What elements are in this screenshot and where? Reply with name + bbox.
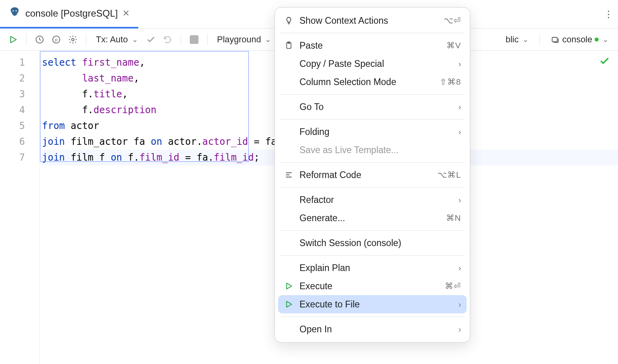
menu-item-copy-paste-special[interactable]: Copy / Paste Special›	[278, 55, 467, 73]
menu-item-label: Copy / Paste Special	[299, 59, 453, 69]
menu-item-label: Column Selection Mode	[299, 77, 434, 87]
session-selector[interactable]: console ⌄	[547, 32, 612, 47]
submenu-arrow-icon: ›	[458, 127, 461, 136]
menu-item-save-as-live-template: Save as Live Template...	[278, 141, 467, 159]
menu-item-label: Refactor	[299, 195, 453, 205]
menu-item-execute[interactable]: Execute⌘⏎	[278, 277, 467, 295]
submenu-arrow-icon: ›	[458, 325, 461, 334]
menu-item-explain-plan[interactable]: Explain Plan›	[278, 259, 467, 277]
menu-item-refactor[interactable]: Refactor›	[278, 191, 467, 209]
menu-divider	[280, 187, 464, 188]
menu-item-label: Paste	[299, 40, 441, 51]
menu-item-paste[interactable]: Paste⌘V	[278, 36, 467, 55]
menu-divider	[280, 119, 464, 119]
menu-item-generate[interactable]: Generate...⌘N	[278, 209, 467, 227]
menu-item-label: Save as Live Template...	[299, 145, 461, 155]
line-number: 1	[0, 55, 39, 70]
submenu-arrow-icon: ›	[458, 264, 461, 273]
menu-divider	[280, 162, 464, 163]
menu-divider	[280, 33, 464, 33]
menu-item-label: Explain Plan	[299, 263, 453, 273]
rollback-button[interactable]	[160, 32, 175, 47]
menu-item-label: Go To	[299, 102, 453, 112]
playground-label: Playground	[217, 34, 261, 45]
menu-item-label: Folding	[299, 127, 453, 137]
svg-marker-10	[287, 283, 292, 289]
paste-icon	[284, 41, 294, 50]
menu-item-shortcut: ⌘⏎	[445, 281, 461, 291]
settings-button[interactable]	[65, 32, 80, 47]
close-tab-icon[interactable]: ✕	[122, 8, 130, 19]
menu-item-label: Execute	[299, 281, 439, 292]
line-number: 5	[0, 118, 39, 134]
editor-context-menu: Show Context Actions⌥⏎Paste⌘VCopy / Past…	[275, 7, 470, 343]
chevron-down-icon: ⌄	[132, 35, 138, 44]
menu-item-shortcut: ⌥⏎	[444, 16, 461, 25]
inspection-status-ok[interactable]	[599, 55, 610, 69]
postgres-icon	[9, 6, 21, 21]
chevron-down-icon: ⌄	[603, 35, 608, 44]
menu-divider	[280, 317, 464, 317]
reformat-icon	[284, 171, 294, 179]
session-label: console	[562, 34, 592, 45]
menu-divider	[280, 255, 464, 256]
menu-divider	[280, 230, 464, 231]
run-icon	[284, 282, 294, 290]
menu-item-switch-session-console[interactable]: Switch Session (console)	[278, 234, 467, 252]
line-number: 3	[0, 86, 39, 102]
menu-item-open-in[interactable]: Open In›	[278, 320, 467, 338]
line-number: 6	[0, 134, 39, 150]
menu-item-label: Switch Session (console)	[299, 238, 461, 248]
line-number: 7	[0, 150, 39, 165]
menu-item-label: Open In	[299, 324, 453, 335]
tx-mode-label: Tx: Auto	[96, 34, 128, 45]
menu-item-shortcut: ⇧⌘8	[440, 77, 461, 87]
menu-item-folding[interactable]: Folding›	[278, 123, 467, 141]
chevron-down-icon: ⌄	[523, 35, 528, 44]
console-session-icon	[551, 35, 560, 44]
schema-selector[interactable]: blic ⌄	[502, 32, 532, 47]
menu-item-reformat-code[interactable]: Reformat Code⌥⌘L	[278, 166, 467, 184]
svg-point-0	[13, 10, 14, 11]
menu-divider	[280, 94, 464, 95]
svg-text:p: p	[55, 37, 57, 42]
menu-item-shortcut: ⌥⌘L	[437, 170, 461, 180]
run-button[interactable]	[6, 32, 21, 47]
menu-item-shortcut: ⌘V	[446, 41, 461, 50]
parameters-button[interactable]: p	[49, 32, 64, 47]
history-button[interactable]	[32, 32, 47, 47]
commit-button[interactable]	[143, 32, 158, 47]
bulb-icon	[284, 16, 294, 25]
submenu-arrow-icon: ›	[458, 102, 461, 112]
run-icon	[284, 300, 294, 309]
chevron-down-icon: ⌄	[265, 35, 271, 44]
line-number: 4	[0, 102, 39, 118]
playground-selector[interactable]: Playground ⌄	[213, 32, 275, 47]
menu-item-label: Reformat Code	[299, 170, 432, 180]
tab-title: console [PostgreSQL]	[25, 8, 118, 19]
svg-marker-11	[287, 301, 292, 307]
menu-item-shortcut: ⌘N	[446, 213, 461, 223]
menu-item-show-context-actions[interactable]: Show Context Actions⌥⏎	[278, 11, 467, 30]
svg-marker-2	[11, 36, 16, 43]
submenu-arrow-icon: ›	[458, 59, 461, 68]
menu-item-execute-to-file[interactable]: Execute to File›	[278, 295, 467, 313]
svg-point-1	[15, 10, 17, 11]
menu-item-label: Show Context Actions	[299, 15, 438, 26]
tx-mode-selector[interactable]: Tx: Auto ⌄	[92, 32, 142, 47]
svg-point-6	[72, 38, 74, 41]
submenu-arrow-icon: ›	[458, 195, 461, 205]
tab-options-menu[interactable]: ⋮	[603, 9, 614, 20]
menu-item-label: Generate...	[299, 213, 441, 224]
menu-item-column-selection-mode[interactable]: Column Selection Mode⇧⌘8	[278, 73, 467, 91]
submenu-arrow-icon: ›	[458, 300, 461, 309]
schema-label: blic	[505, 34, 519, 45]
line-number-gutter: 1234567	[0, 51, 40, 364]
svg-rect-7	[552, 37, 557, 42]
menu-item-go-to[interactable]: Go To›	[278, 98, 467, 116]
editor-tab-console[interactable]: console [PostgreSQL] ✕	[0, 0, 138, 28]
menu-item-label: Execute to File	[299, 299, 453, 310]
line-number: 2	[0, 70, 39, 86]
session-active-indicator	[595, 38, 599, 42]
stop-button[interactable]	[187, 32, 202, 47]
